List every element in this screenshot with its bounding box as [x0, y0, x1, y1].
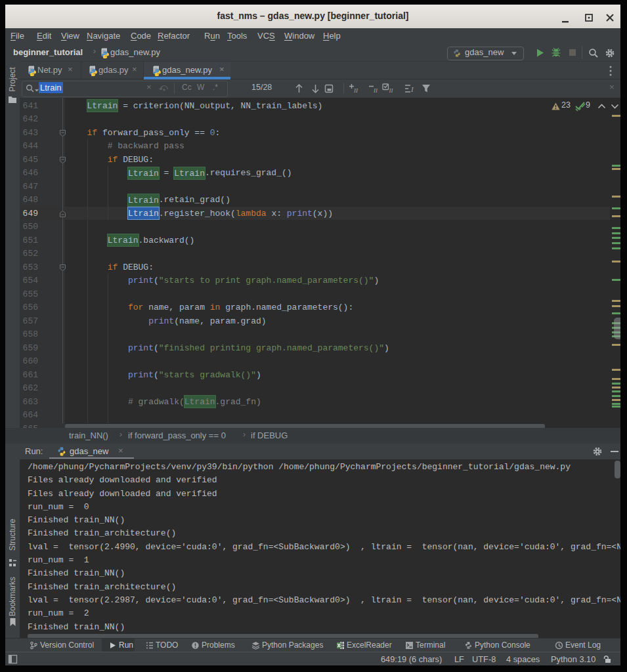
svg-text:II: II [353, 87, 358, 94]
svg-text:II: II [373, 87, 378, 94]
svg-text:I: I [410, 85, 414, 93]
svg-text:II: II [389, 87, 394, 94]
